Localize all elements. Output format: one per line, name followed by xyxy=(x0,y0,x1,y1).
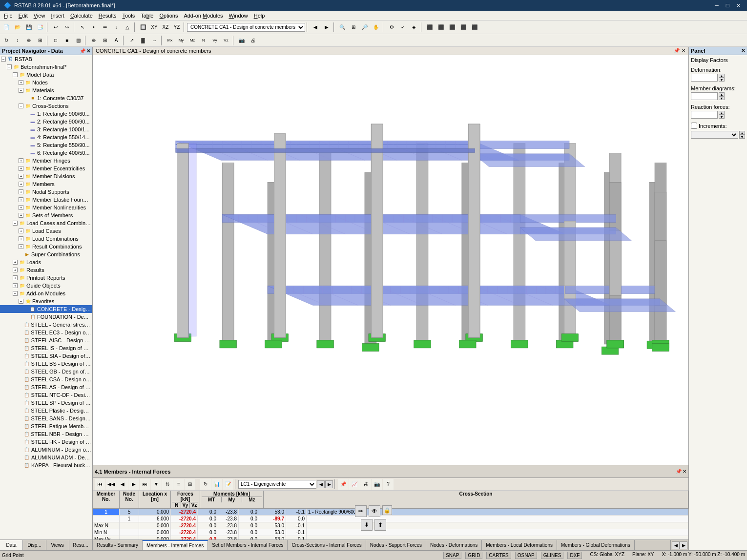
tb-yz[interactable]: YZ xyxy=(171,22,182,33)
panel-close-icon[interactable]: ✕ xyxy=(741,48,745,53)
tb-3d[interactable]: 🔲 xyxy=(138,22,148,33)
tree-node-steel-sp[interactable]: 📋 STEEL SP - Design of st... xyxy=(0,399,92,407)
tv-region[interactable]: ⊞ xyxy=(35,35,45,46)
lc-prev[interactable]: ◀ xyxy=(317,480,325,488)
bt-filter[interactable]: ▼ xyxy=(151,479,162,490)
tree-node-steel-aisc[interactable]: 📋 STEEL AISC - Design of... xyxy=(0,336,92,344)
toggle-loads[interactable]: + xyxy=(13,260,18,265)
tv-pan2[interactable]: ↕ xyxy=(12,35,23,46)
tree-node-elastic-founda[interactable]: + 📁 Member Elastic Founda... xyxy=(0,196,92,204)
menu-item-tools[interactable]: Tools xyxy=(119,12,138,20)
bt-prev[interactable]: ◀ xyxy=(117,479,128,490)
toggle-lc[interactable]: + xyxy=(19,228,23,233)
panel-lock-icon[interactable]: 🔒 xyxy=(382,505,392,515)
menu-item-results[interactable]: Results xyxy=(96,12,120,20)
bt-columns[interactable]: ⊞ xyxy=(185,479,195,490)
tv-rotate[interactable]: ↻ xyxy=(1,35,12,46)
tree-node-steel-sans[interactable]: 📋 STEEL SANS - Design o... xyxy=(0,415,92,422)
menu-item-addon[interactable]: Add-on Modules xyxy=(181,12,226,20)
toggle-model-data[interactable]: − xyxy=(13,72,18,77)
deformation-down[interactable]: ▼ xyxy=(719,78,725,82)
bt-pin[interactable]: 📌 xyxy=(338,479,349,490)
tree-node-cross-sections[interactable]: − 📁 Cross-Sections xyxy=(0,102,92,110)
tab-members-internal-forces[interactable]: Members - Internal Forces xyxy=(143,540,208,550)
tb-pan[interactable]: ✋ xyxy=(371,22,381,33)
tree-node-foundation[interactable]: 📋 FOUNDATION - De... xyxy=(0,313,92,321)
toggle-materials[interactable]: − xyxy=(19,88,23,93)
toggle-pr[interactable]: + xyxy=(13,275,18,280)
toggle-betonrahmen[interactable]: − xyxy=(7,64,12,69)
tree-node-steel-csa[interactable]: 📋 STEEL CSA - Design of s... xyxy=(0,375,92,383)
toggle-cs[interactable]: − xyxy=(19,104,23,108)
panel-edit-icon[interactable]: ✏ xyxy=(355,505,367,517)
tv-axes[interactable]: ⊕ xyxy=(88,35,99,46)
tree-node-favorites[interactable]: − ⭐ Favorites xyxy=(0,297,92,305)
tree-node-member-eccentricities[interactable]: + 📁 Member Eccentricities xyxy=(0,165,92,172)
tv-print[interactable]: 🖨 xyxy=(248,35,258,46)
close-button[interactable]: ✕ xyxy=(733,0,743,10)
load-case-combo[interactable]: LC1 - Eigengewichte xyxy=(238,480,316,489)
toggle-fav[interactable]: − xyxy=(19,299,23,304)
tb-save[interactable]: 💾 xyxy=(23,22,34,33)
bt-export-word[interactable]: 📝 xyxy=(223,479,233,490)
menu-item-insert[interactable]: Insert xyxy=(48,12,67,20)
tab-scroll-right[interactable]: ▶ xyxy=(680,541,687,549)
tb-xz[interactable]: XZ xyxy=(160,22,171,33)
tree-node-result-combinations[interactable]: + 📁 Result Combinations xyxy=(0,243,92,250)
nav-tab-resu[interactable]: Resu... xyxy=(69,540,92,550)
tb-save2[interactable]: 📑 xyxy=(35,22,45,33)
deformation-up[interactable]: ▲ xyxy=(719,74,725,78)
diagrams-down[interactable]: ▼ xyxy=(719,96,725,100)
panel-increments-checkbox[interactable] xyxy=(691,123,697,129)
menu-item-help[interactable]: Help xyxy=(251,12,268,20)
view-pin-icon[interactable]: 📌 xyxy=(674,48,680,54)
tree-node-super-combinations[interactable]: ▶ Super Combinations xyxy=(0,250,92,258)
nav-pin-icon[interactable]: 📌 xyxy=(80,48,85,54)
reaction-up[interactable]: ▲ xyxy=(719,111,725,115)
bt-group[interactable]: ≡ xyxy=(173,479,184,490)
toggle-results[interactable]: + xyxy=(13,268,18,272)
tree-node-load-combinations[interactable]: + 📁 Load Combinations xyxy=(0,235,92,243)
view-canvas[interactable] xyxy=(93,55,688,465)
tree-node-results[interactable]: + 📁 Results xyxy=(0,266,92,274)
toggle-go[interactable]: + xyxy=(13,283,18,288)
tree-node-cs4[interactable]: ▬ 4: Rectangle 550/14... xyxy=(0,133,92,141)
panel-deformation-input[interactable] xyxy=(691,74,718,82)
bt-last[interactable]: ⏭ xyxy=(140,479,150,490)
tree-node-steel-ec3[interactable]: 📋 STEEL EC3 - Design of s... xyxy=(0,329,92,336)
toggle-members[interactable]: + xyxy=(19,182,23,187)
tree-node-kappa[interactable]: 📋 KAPPA - Flexural buckli... xyxy=(0,461,92,469)
menu-item-edit[interactable]: Edit xyxy=(16,12,31,20)
tab-results-summary[interactable]: Results - Summary xyxy=(93,540,143,550)
tb-more3[interactable]: ⬛ xyxy=(447,22,457,33)
lc-next[interactable]: ▶ xyxy=(325,480,333,488)
tb-node[interactable]: • xyxy=(88,22,99,33)
panel-download-icon[interactable]: ⬇ xyxy=(361,519,373,531)
tree-node-steel-gb[interactable]: 📋 STEEL GB - Design of st... xyxy=(0,368,92,375)
tree-node-steel-bs[interactable]: 📋 STEEL BS - Design of st... xyxy=(0,360,92,368)
bt-export-excel[interactable]: 📊 xyxy=(211,479,222,490)
tv-solid[interactable]: ■ xyxy=(62,35,72,46)
toggle-rstab[interactable]: − xyxy=(1,57,6,62)
tree-node-load-cases-comb[interactable]: − 📁 Load Cases and Combinati... xyxy=(0,219,92,227)
tree-node-steel-is[interactable]: 📋 STEEL IS - Design of ste... xyxy=(0,344,92,352)
tree-node-rstab[interactable]: − 🏗 RSTAB xyxy=(0,55,92,63)
tb-more4[interactable]: ⬛ xyxy=(458,22,469,33)
tree-node-nodal-supports[interactable]: + 📁 Nodal Supports xyxy=(0,188,92,196)
toggle-mh[interactable]: + xyxy=(19,158,23,163)
nav-close-icon[interactable]: ✕ xyxy=(86,48,90,54)
tab-nodes-deformations[interactable]: Nodes - Deformations xyxy=(426,540,482,550)
tree-node-materials[interactable]: − 📁 Materials xyxy=(0,86,92,94)
tree-node-concrete-design[interactable]: 📋 CONCRETE - Design... xyxy=(0,305,92,313)
bt-prev-page[interactable]: ◀◀ xyxy=(106,479,117,490)
tree-node-member-divisions[interactable]: + 📁 Member Divisions xyxy=(0,172,92,180)
tb-zoom-in[interactable]: 🔍 xyxy=(337,22,348,33)
toggle-lcc[interactable]: − xyxy=(13,221,18,226)
tv-screenshot[interactable]: 📷 xyxy=(236,35,247,46)
tree-node-cs6[interactable]: ▬ 6: Rectangle 400/50... xyxy=(0,149,92,157)
tb-undo[interactable]: ↩ xyxy=(50,22,61,33)
tree-node-sets-of-members[interactable]: + 📁 Sets of Members xyxy=(0,211,92,219)
tb-open[interactable]: 📂 xyxy=(12,22,23,33)
tb-render[interactable]: ◈ xyxy=(409,22,419,33)
tb-member[interactable]: ═ xyxy=(100,22,110,33)
